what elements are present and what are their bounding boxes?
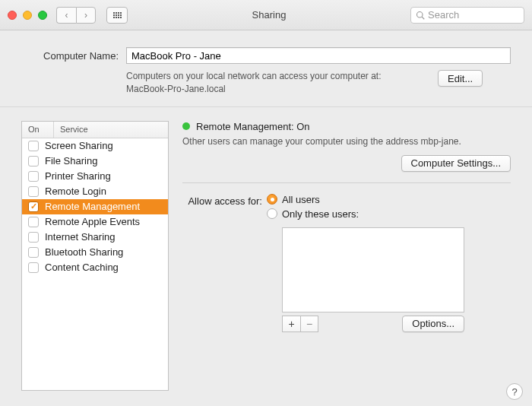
user-list[interactable] xyxy=(282,227,464,312)
titlebar: ‹ › Sharing Search xyxy=(0,0,532,30)
service-label: Remote Login xyxy=(45,186,106,197)
header-on: On xyxy=(22,122,54,138)
search-icon xyxy=(416,11,425,20)
service-checkbox[interactable] xyxy=(28,141,39,151)
svg-line-1 xyxy=(422,17,424,19)
minimize-icon[interactable] xyxy=(23,11,32,20)
service-checkbox[interactable] xyxy=(28,217,39,227)
radio-all-users[interactable]: All users xyxy=(267,194,464,205)
service-list-header: On Service xyxy=(22,122,168,138)
service-label: File Sharing xyxy=(45,155,97,167)
radio-only-these-users[interactable]: Only these users: xyxy=(267,208,464,220)
radio-all-label: All users xyxy=(282,194,320,205)
computer-name-desc: Computers on your local network can acce… xyxy=(126,70,430,96)
desc-line2: MacBook-Pro-Jane.local xyxy=(126,83,430,96)
window-title: Sharing xyxy=(134,9,404,21)
service-row-internet-sharing[interactable]: Internet Sharing xyxy=(22,230,168,245)
status-desc: Other users can manage your computer usi… xyxy=(182,135,511,147)
service-row-file-sharing[interactable]: File Sharing xyxy=(22,154,168,169)
service-checkbox[interactable] xyxy=(28,201,39,212)
computer-settings-button[interactable]: Computer Settings... xyxy=(401,155,511,172)
status-dot-icon xyxy=(182,122,190,130)
service-checkbox[interactable] xyxy=(28,156,39,167)
service-row-content-caching[interactable]: Content Caching xyxy=(22,260,168,275)
radio-off-icon xyxy=(267,208,277,219)
edit-button[interactable]: Edit... xyxy=(438,70,483,87)
service-checkbox[interactable] xyxy=(28,247,39,258)
search-placeholder: Search xyxy=(428,9,459,21)
service-checkbox[interactable] xyxy=(28,232,39,243)
service-row-bluetooth-sharing[interactable]: Bluetooth Sharing xyxy=(22,245,168,260)
service-row-printer-sharing[interactable]: Printer Sharing xyxy=(22,169,168,184)
service-label: Remote Management xyxy=(45,201,140,212)
service-label: Content Caching xyxy=(45,262,119,273)
help-button[interactable]: ? xyxy=(506,383,523,400)
computer-name-label: Computer Name: xyxy=(21,50,119,62)
computer-name-section: Computer Name: Computers on your local n… xyxy=(0,30,532,107)
window-controls xyxy=(8,11,47,20)
header-service: Service xyxy=(54,122,168,138)
remove-user-button: − xyxy=(300,316,318,332)
allow-access-label: Allow access for: xyxy=(182,194,262,207)
status-title: Remote Management: On xyxy=(196,121,310,132)
radio-on-icon xyxy=(267,194,277,205)
forward-button[interactable]: › xyxy=(76,7,96,24)
svg-point-0 xyxy=(417,11,423,17)
service-list: On Service Screen SharingFile SharingPri… xyxy=(21,121,169,391)
search-input[interactable]: Search xyxy=(410,7,524,24)
nav-buttons: ‹ › xyxy=(56,7,96,24)
service-row-remote-login[interactable]: Remote Login xyxy=(22,184,168,199)
service-label: Bluetooth Sharing xyxy=(45,246,123,258)
divider xyxy=(182,182,511,183)
detail-pane: Remote Management: On Other users can ma… xyxy=(182,121,511,391)
options-button[interactable]: Options... xyxy=(402,316,464,332)
service-checkbox[interactable] xyxy=(28,186,39,197)
service-row-remote-management[interactable]: Remote Management xyxy=(22,199,168,214)
desc-line1: Computers on your local network can acce… xyxy=(126,70,430,83)
grid-icon xyxy=(113,12,122,18)
show-all-button[interactable] xyxy=(106,7,128,24)
service-label: Screen Sharing xyxy=(45,140,113,151)
service-label: Printer Sharing xyxy=(45,170,111,182)
radio-only-label: Only these users: xyxy=(282,208,359,220)
service-label: Internet Sharing xyxy=(45,231,116,243)
close-icon[interactable] xyxy=(8,11,17,20)
service-label: Remote Apple Events xyxy=(45,216,140,227)
service-checkbox[interactable] xyxy=(28,262,39,273)
computer-name-field[interactable] xyxy=(126,47,511,64)
zoom-icon[interactable] xyxy=(38,11,47,20)
back-button[interactable]: ‹ xyxy=(56,7,76,24)
add-user-button[interactable]: + xyxy=(282,316,300,332)
service-checkbox[interactable] xyxy=(28,171,39,182)
service-row-screen-sharing[interactable]: Screen Sharing xyxy=(22,138,168,154)
service-row-remote-apple-events[interactable]: Remote Apple Events xyxy=(22,214,168,230)
